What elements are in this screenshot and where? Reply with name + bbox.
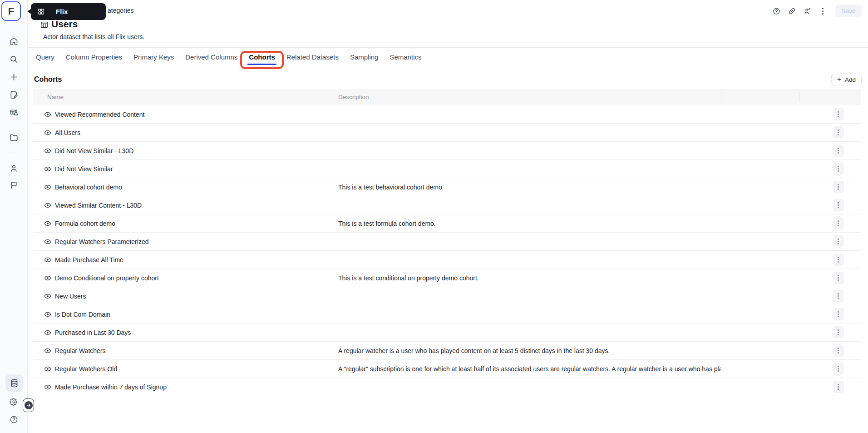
- link-icon[interactable]: [788, 7, 796, 15]
- tab-column-properties[interactable]: Column Properties: [61, 48, 127, 66]
- cohort-name-cell[interactable]: Viewed Similar Content - L30D: [33, 202, 333, 209]
- add-cohort-button[interactable]: + Add: [831, 74, 862, 85]
- section-title: Cohorts: [34, 75, 62, 84]
- eye-icon: [44, 166, 51, 172]
- cohort-name-cell[interactable]: Purchased in Last 30 Days: [33, 329, 333, 336]
- row-kebab-menu-button[interactable]: [833, 217, 844, 229]
- cohort-row[interactable]: Viewed Recommended Content: [33, 105, 861, 124]
- eye-icon: [44, 184, 51, 190]
- actions-cell: [799, 163, 861, 175]
- column-header-empty: [721, 89, 799, 105]
- search-icon[interactable]: [0, 54, 28, 65]
- tab-cohorts[interactable]: Cohorts: [244, 48, 280, 66]
- expand-sidebar-button[interactable]: [23, 398, 34, 412]
- workspace-logo[interactable]: F: [1, 1, 21, 21]
- row-kebab-menu-button[interactable]: [833, 290, 844, 302]
- plus-icon[interactable]: [0, 71, 28, 82]
- column-header-actions: [799, 89, 861, 105]
- cohort-row[interactable]: Made Purchase All Time: [33, 251, 861, 269]
- cohort-name: New Users: [55, 293, 86, 300]
- person-icon[interactable]: [0, 163, 28, 174]
- cohort-name-cell[interactable]: Made Purchase within 7 days of Signup: [33, 383, 333, 391]
- tab-derived-columns[interactable]: Derived Columns: [181, 48, 242, 66]
- save-button[interactable]: Save: [835, 5, 862, 17]
- actions-cell: [799, 344, 861, 357]
- cohort-row[interactable]: Demo Conditional on property cohort This…: [33, 269, 861, 287]
- help-circle-icon[interactable]: [772, 7, 781, 15]
- eye-icon: [44, 366, 51, 372]
- cohort-name-cell[interactable]: All Users: [33, 129, 333, 136]
- workspace-logo-letter: F: [8, 5, 14, 17]
- table-flask-icon[interactable]: [0, 107, 28, 118]
- actions-cell: [799, 254, 861, 266]
- cohorts-table-body: Viewed Recommended Content All Users Did…: [33, 105, 861, 396]
- cohort-name: Regular Watchers Parameterized: [55, 238, 148, 245]
- row-kebab-menu-button[interactable]: [833, 381, 844, 393]
- row-kebab-menu-button[interactable]: [833, 272, 844, 284]
- cohort-row[interactable]: Did Not View Similar - L30D: [33, 142, 861, 160]
- tab-primary-keys[interactable]: Primary Keys: [129, 48, 178, 66]
- row-kebab-menu-button[interactable]: [833, 163, 844, 175]
- flag-icon[interactable]: [0, 179, 28, 190]
- cohort-name: Purchased in Last 30 Days: [55, 329, 131, 336]
- tab-semantics[interactable]: Semantics: [385, 48, 426, 66]
- cohorts-table: Name Description Viewed Recommended Cont…: [33, 89, 861, 396]
- cohort-row[interactable]: Formula cohort demo This is a test formu…: [33, 214, 861, 233]
- actions-cell: [799, 108, 861, 120]
- cohort-row[interactable]: Purchased in Last 30 Days: [33, 324, 861, 342]
- actions-cell: [799, 144, 861, 157]
- cohort-name-cell[interactable]: Is Dot Com Domain: [33, 311, 333, 318]
- cohort-name-cell[interactable]: Regular Watchers: [33, 347, 333, 354]
- cohort-row[interactable]: All Users: [33, 124, 861, 142]
- tab-query[interactable]: Query: [31, 48, 59, 66]
- cohort-name-cell[interactable]: Formula cohort demo: [33, 220, 333, 227]
- row-kebab-menu-button[interactable]: [833, 344, 844, 357]
- help-icon[interactable]: [0, 414, 28, 425]
- cohort-row[interactable]: Regular Watchers Old A "regular" subscri…: [33, 360, 861, 378]
- cohort-row[interactable]: Viewed Similar Content - L30D: [33, 196, 861, 214]
- cohort-description: This is a test formula cohort demo.: [333, 220, 721, 227]
- row-kebab-menu-button[interactable]: [833, 308, 844, 320]
- cohort-name-cell[interactable]: Viewed Recommended Content: [33, 111, 333, 118]
- kebab-menu-icon[interactable]: [819, 7, 827, 15]
- tab-label: Derived Columns: [185, 53, 237, 61]
- app-window: F: [0, 0, 868, 433]
- cohort-name-cell[interactable]: Regular Watchers Old: [33, 365, 333, 373]
- home-icon[interactable]: [0, 35, 28, 46]
- folder-icon[interactable]: [0, 132, 28, 143]
- row-kebab-menu-button[interactable]: [833, 126, 844, 139]
- cohort-row[interactable]: Regular Watchers Parameterized: [33, 233, 861, 251]
- row-kebab-menu-button[interactable]: [833, 108, 844, 120]
- cohort-name-cell[interactable]: Demo Conditional on property cohort: [33, 274, 333, 282]
- users-icon[interactable]: [803, 7, 812, 15]
- cohort-name-cell[interactable]: Regular Watchers Parameterized: [33, 238, 333, 245]
- row-kebab-menu-button[interactable]: [833, 363, 844, 375]
- cohort-name-cell[interactable]: New Users: [33, 293, 333, 300]
- cohort-row[interactable]: Did Not View Similar: [33, 160, 861, 178]
- breadcrumb[interactable]: ategories: [108, 7, 134, 14]
- tab-sampling[interactable]: Sampling: [345, 48, 383, 66]
- active-tab-underline: [247, 64, 276, 65]
- cohort-row[interactable]: Is Dot Com Domain: [33, 305, 861, 324]
- cohort-row[interactable]: Made Purchase within 7 days of Signup: [33, 378, 861, 396]
- actions-cell: [799, 290, 861, 302]
- actions-cell: [799, 326, 861, 338]
- database-icon[interactable]: [5, 374, 23, 392]
- row-kebab-menu-button[interactable]: [833, 235, 844, 248]
- eye-icon: [44, 257, 51, 263]
- cohort-name-cell[interactable]: Did Not View Similar - L30D: [33, 147, 333, 154]
- cohort-row[interactable]: Behavioral cohort demo This is a test be…: [33, 178, 861, 196]
- row-kebab-menu-button[interactable]: [833, 199, 844, 211]
- cohort-name: Is Dot Com Domain: [55, 311, 110, 318]
- row-kebab-menu-button[interactable]: [833, 181, 844, 193]
- cohort-name-cell[interactable]: Made Purchase All Time: [33, 256, 333, 264]
- row-kebab-menu-button[interactable]: [833, 326, 844, 338]
- cohort-row[interactable]: New Users: [33, 287, 861, 305]
- row-kebab-menu-button[interactable]: [833, 144, 844, 157]
- notebook-edit-icon[interactable]: [0, 89, 28, 100]
- cohort-row[interactable]: Regular Watchers A regular watcher is a …: [33, 342, 861, 360]
- tab-related-datasets[interactable]: Related Datasets: [282, 48, 343, 66]
- cohort-name-cell[interactable]: Did Not View Similar: [33, 165, 333, 173]
- row-kebab-menu-button[interactable]: [833, 254, 844, 266]
- cohort-name-cell[interactable]: Behavioral cohort demo: [33, 184, 333, 191]
